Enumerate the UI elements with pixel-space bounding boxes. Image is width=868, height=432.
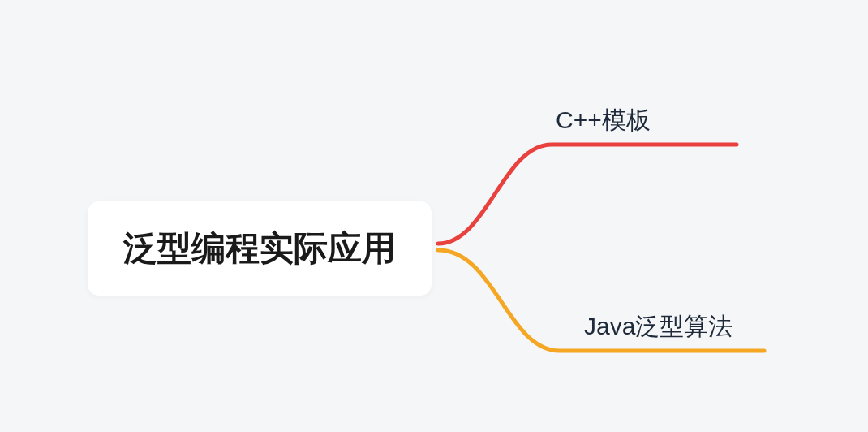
root-label: 泛型编程实际应用 [123,226,396,271]
root-node[interactable]: 泛型编程实际应用 [88,201,432,296]
mindmap-container: 泛型编程实际应用 C++模板 Java泛型算法 [0,0,868,432]
branch-node-cpp[interactable]: C++模板 [556,104,651,137]
branch-node-java[interactable]: Java泛型算法 [584,310,733,343]
